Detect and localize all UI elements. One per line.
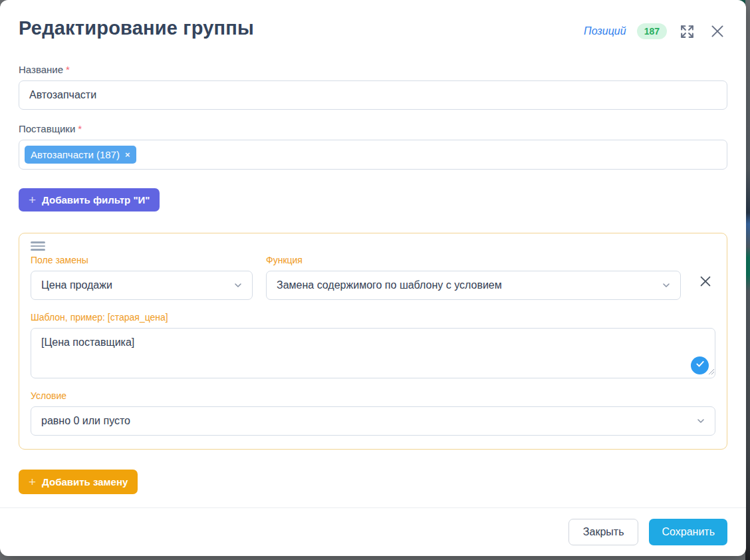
condition-select[interactable]: равно 0 или пусто [31,406,715,436]
replacement-rule-panel: Поле замены Цена продажи Функция Замена … [19,233,727,450]
positions-link[interactable]: Позиций [584,25,626,37]
plus-icon: + [29,194,36,206]
add-and-filter-label: Добавить фильтр "И" [42,194,150,206]
chevron-down-icon [695,416,706,426]
suppliers-tags-input[interactable]: Автозапчасти (187) × [19,140,727,170]
suppliers-field-group: Поставщики* Автозапчасти (187) × [19,123,727,170]
add-replacement-button[interactable]: + Добавить замену [19,470,138,494]
plus-icon: + [29,476,36,488]
supplier-tag-label: Автозапчасти (187) [31,150,120,160]
condition-label: Условие [31,390,715,401]
checkmark-icon [695,359,705,371]
template-valid-check-button[interactable] [691,356,709,374]
header-actions: Позиций 187 [584,17,727,41]
add-replacement-label: Добавить замену [42,476,128,488]
name-field-group: Название* [19,64,727,110]
expand-button[interactable] [678,22,697,41]
expand-arrows-icon [679,23,695,40]
replace-field-group: Поле замены Цена продажи [31,255,253,300]
required-asterisk: * [78,123,82,134]
required-asterisk: * [66,64,70,75]
name-label-text: Название [19,64,63,75]
suppliers-label-text: Поставщики [19,123,75,134]
function-group: Функция Замена содержимого по шаблону с … [266,255,681,300]
close-modal-button[interactable] [707,21,727,41]
name-input[interactable] [19,80,727,110]
function-label: Функция [266,255,681,265]
suppliers-field-label: Поставщики* [19,123,727,134]
positions-count-badge: 187 [637,23,667,39]
replace-field-label: Поле замены [31,255,253,265]
template-label: Шаблон, пример: [старая_цена] [31,312,715,323]
remove-tag-icon[interactable]: × [125,150,130,159]
replace-field-value: Цена продажи [41,279,112,291]
function-value: Замена содержимого по шаблону с условием [277,279,502,291]
chevron-down-icon [233,280,243,291]
add-and-filter-button[interactable]: + Добавить фильтр "И" [19,188,160,211]
close-icon [709,23,726,40]
chevron-down-icon [661,280,672,291]
modal-body: Редактирование группы Позиций 187 [0,0,746,507]
condition-value: равно 0 или пусто [41,415,130,427]
page-behind-modal-edge [745,0,750,560]
function-select[interactable]: Замена содержимого по шаблону с условием [266,271,681,300]
drag-handle-icon[interactable] [31,241,45,251]
textarea-resize-handle[interactable] [707,365,714,377]
template-field-wrap: [Цена поставщика] [31,328,715,378]
replacement-selects-row: Поле замены Цена продажи Функция Замена … [31,255,715,300]
page-title: Редактирование группы [19,17,254,39]
replace-field-select[interactable]: Цена продажи [31,271,253,300]
save-button[interactable]: Сохранить [649,519,727,545]
name-field-label: Название* [19,64,727,75]
modal-footer: Закрыть Сохранить [0,507,746,557]
remove-replacement-row-button[interactable] [695,271,715,293]
close-icon [698,274,713,291]
supplier-tag: Автозапчасти (187) × [25,146,136,164]
edit-group-modal: Редактирование группы Позиций 187 [0,0,746,556]
modal-header: Редактирование группы Позиций 187 [19,17,727,41]
template-textarea[interactable]: [Цена поставщика] [31,328,715,378]
close-button[interactable]: Закрыть [568,519,639,545]
